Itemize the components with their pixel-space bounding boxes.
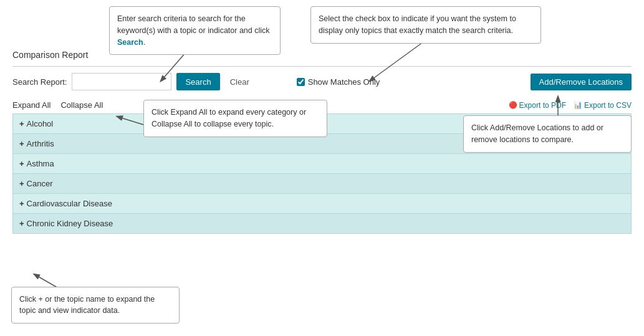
- clear-button[interactable]: Clear: [225, 75, 254, 89]
- category-label: Cardiovascular Disease: [27, 199, 112, 208]
- tooltip-plus-text: Click + or the topic name to expand the …: [19, 295, 155, 315]
- export-pdf-label: Export to PDF: [519, 101, 566, 110]
- table-row[interactable]: +Cancer: [13, 174, 632, 194]
- tooltip-search-highlight: Search: [117, 38, 143, 47]
- add-remove-locations-button[interactable]: Add/Remove Locations: [531, 74, 632, 90]
- export-csv-label: Export to CSV: [584, 101, 632, 110]
- plus-icon: +: [19, 119, 24, 128]
- plus-icon: +: [19, 179, 24, 188]
- pdf-icon: 🔴: [509, 101, 517, 109]
- collapse-all-link[interactable]: Collapse All: [60, 100, 103, 110]
- report-title: Comparison Report: [12, 50, 632, 60]
- tooltip-checkbox-text: Select the check box to indicate if you …: [319, 14, 516, 35]
- plus-icon: +: [19, 139, 24, 148]
- export-links: 🔴 Export to PDF 📊 Export to CSV: [509, 101, 632, 110]
- export-pdf-link[interactable]: 🔴 Export to PDF: [509, 101, 566, 110]
- plus-icon: +: [19, 219, 24, 228]
- category-label: Alcohol: [27, 119, 54, 128]
- table-row[interactable]: +Cardiovascular Disease: [13, 194, 632, 214]
- tooltip-add-remove: Click Add/Remove Locations to add or rem…: [463, 115, 632, 153]
- category-label: Arthritis: [27, 139, 54, 148]
- toolbar: Search Report: Search Clear Show Matches…: [12, 69, 632, 94]
- table-row[interactable]: +Asthma: [13, 154, 632, 174]
- table-row[interactable]: +Chronic Kidney Disease: [13, 214, 632, 234]
- show-matches-label: Show Matches Only: [308, 77, 380, 87]
- plus-icon: +: [19, 199, 24, 208]
- expand-collapse-group: Expand All Collapse All: [12, 100, 103, 110]
- tooltip-search-text: Enter search criteria to search for the …: [117, 14, 270, 35]
- plus-icon: +: [19, 159, 24, 168]
- tooltip-search-trailing: .: [143, 38, 145, 47]
- show-matches-container: Show Matches Only: [297, 77, 380, 87]
- category-label: Cancer: [27, 179, 53, 188]
- tooltip-checkbox: Select the check box to indicate if you …: [310, 6, 541, 44]
- tooltip-plus: Click + or the topic name to expand the …: [11, 287, 180, 324]
- category-label: Chronic Kidney Disease: [27, 219, 113, 228]
- search-report-label: Search Report:: [12, 77, 67, 87]
- csv-icon: 📊: [574, 101, 582, 109]
- tooltip-add-remove-text: Click Add/Remove Locations to add or rem…: [471, 123, 603, 144]
- tooltip-search: Enter search criteria to search for the …: [109, 6, 281, 55]
- expand-all-link[interactable]: Expand All: [12, 100, 50, 110]
- tooltip-expand: Click Expand All to expand every categor…: [143, 100, 327, 137]
- search-button[interactable]: Search: [176, 73, 219, 90]
- category-label: Asthma: [27, 159, 54, 168]
- export-csv-link[interactable]: 📊 Export to CSV: [574, 101, 632, 110]
- search-input[interactable]: [72, 73, 171, 90]
- show-matches-checkbox[interactable]: [297, 78, 305, 86]
- tooltip-expand-text: Click Expand All to expand every categor…: [151, 108, 306, 128]
